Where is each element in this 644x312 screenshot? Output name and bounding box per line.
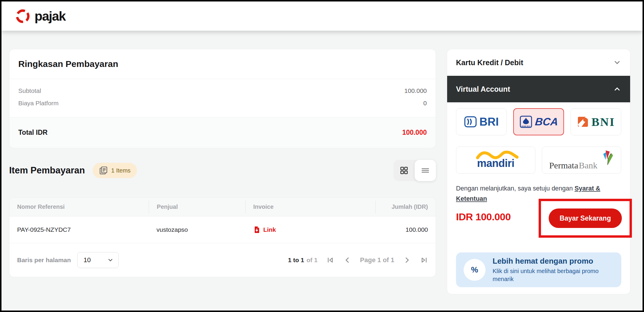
rows-per-page-value: 10 — [84, 256, 91, 264]
items-title: Item Pembayaran — [9, 165, 85, 176]
pay-now-button[interactable]: Bayar Sekarang — [549, 208, 622, 228]
items-table-card: Nomor Referensi Penjual Invoice Jumlah (… — [9, 197, 436, 277]
permata-wordmark-2: Bank — [579, 160, 597, 170]
brand-logo[interactable]: pajak — [14, 8, 66, 24]
percent-icon: % — [464, 259, 486, 281]
invoice-link-text: Link — [263, 226, 276, 233]
terms-prefix: Dengan melanjutkan, saya setuju dengan — [456, 185, 575, 192]
total-label: Total IDR — [18, 129, 48, 137]
list-view-button[interactable] — [415, 160, 436, 181]
rows-per-page-select[interactable]: 10 — [77, 252, 119, 268]
items-heading-row: Item Pembayaran 1 Items — [9, 160, 436, 181]
range-bold: 1 to 1 — [288, 257, 304, 263]
pagination-controls: 1 to 1of 1 Page 1 of 1 — [288, 256, 428, 264]
method-virtual-account[interactable]: Virtual Account — [447, 76, 630, 102]
subtotal-value: 100.000 — [404, 87, 427, 94]
bri-wordmark: BRI — [479, 116, 498, 128]
bank-tile-bri[interactable]: BRI — [456, 108, 507, 135]
list-view-icon — [421, 166, 430, 175]
table-header: Nomor Referensi Penjual Invoice Jumlah (… — [9, 198, 436, 216]
platform-fee-label: Biaya Platform — [18, 100, 59, 107]
page-status: Page 1 of 1 — [360, 256, 394, 264]
brand-name: pajak — [35, 9, 66, 24]
summary-title: Ringkasan Pembayaran — [18, 59, 118, 69]
previous-page-button[interactable] — [344, 256, 351, 264]
promo-subtitle: Klik di sini untuk melihat berbagai prom… — [493, 267, 614, 283]
top-header: pajak — [1, 1, 643, 31]
view-toggle-group — [393, 160, 436, 181]
mandiri-logo: mandiri — [475, 151, 516, 170]
chevron-up-icon — [613, 85, 621, 93]
cell-seller: vustozapso — [149, 226, 245, 233]
first-page-button[interactable] — [326, 256, 335, 264]
col-invoice: Invoice — [245, 201, 375, 214]
bank-tile-bca[interactable]: BANK BCA BCA — [513, 108, 564, 135]
summary-total-row: Total IDR 100.000 — [9, 117, 436, 147]
platform-fee-value: 0 — [423, 100, 427, 107]
grid-view-button[interactable] — [393, 160, 415, 181]
file-download-icon — [253, 226, 261, 234]
col-penjual: Penjual — [149, 201, 245, 214]
virtual-account-label: Virtual Account — [456, 85, 510, 93]
summary-row-subtotal: Subtotal 100.000 — [18, 87, 427, 94]
subtotal-label: Subtotal — [18, 87, 41, 94]
total-value: 100.000 — [402, 129, 427, 137]
bni-wordmark: BNI — [591, 115, 615, 129]
table-row: PAY-0925-NZYDC7 vustozapso Link 100.000 — [9, 216, 436, 243]
grid-view-icon — [400, 166, 408, 175]
total-amount-text: IDR 100.000 — [456, 211, 511, 223]
table-footer: Baris per halaman 10 1 to 1of 1 — [9, 243, 436, 277]
last-page-button[interactable] — [420, 256, 428, 264]
col-jumlah: Jumlah (IDR) — [375, 201, 436, 214]
method-credit-card[interactable]: Kartu Kredit / Debit — [447, 49, 630, 76]
summary-rows: Subtotal 100.000 Biaya Platform 0 — [9, 79, 436, 117]
promo-title: Lebih hemat dengan promo — [493, 257, 614, 266]
promo-banner[interactable]: % Lebih hemat dengan promo Klik di sini … — [456, 252, 621, 287]
rows-per-page-label: Baris per halaman — [17, 257, 71, 264]
items-count-badge: 1 Items — [93, 163, 137, 178]
chevron-down-icon — [107, 257, 114, 263]
cell-reference: PAY-0925-NZYDC7 — [9, 226, 149, 233]
bank-tiles-row1: BRI BANK BCA BCA — [456, 108, 621, 135]
bri-logo-icon — [464, 115, 477, 128]
next-page-button[interactable] — [403, 256, 411, 264]
bni-logo-icon — [577, 116, 589, 128]
range-text: 1 to 1of 1 — [288, 257, 318, 264]
summary-title-row: Ringkasan Pembayaran — [9, 49, 436, 79]
payment-summary-card: Ringkasan Pembayaran Subtotal 100.000 Bi… — [9, 49, 436, 148]
permata-wordmark: Permata — [549, 160, 578, 170]
cell-amount: 100.000 — [375, 226, 436, 233]
permata-arrows-icon — [599, 150, 614, 166]
payment-method-panel: Kartu Kredit / Debit Virtual Account — [447, 49, 630, 294]
col-nomor-referensi: Nomor Referensi — [9, 201, 149, 214]
credit-card-label: Kartu Kredit / Debit — [456, 58, 523, 67]
pajak-ring-icon — [14, 8, 31, 24]
bank-tiles: BRI BANK BCA BCA — [447, 102, 630, 174]
invoice-link[interactable]: Link — [245, 226, 375, 234]
range-rest: of 1 — [307, 257, 318, 263]
mandiri-wordmark: mandiri — [477, 157, 514, 170]
bca-wordmark: BCA — [535, 116, 559, 128]
bank-tile-permata[interactable]: PermataBank — [542, 147, 621, 174]
permata-logo: PermataBank — [549, 150, 614, 170]
highlight-annotation-box: Bayar Sekarang — [539, 199, 632, 238]
bank-tiles-row2: mandiri PermataBank — [456, 147, 621, 174]
bca-logo-icon: BANK BCA — [519, 115, 533, 129]
promo-texts: Lebih hemat dengan promo Klik di sini un… — [493, 257, 614, 283]
bank-tile-bni[interactable]: BNI — [571, 108, 621, 135]
summary-row-platform-fee: Biaya Platform 0 — [18, 100, 427, 107]
bank-tile-mandiri[interactable]: mandiri — [456, 147, 535, 174]
page-frame: pajak Ringkasan Pembayaran Subtotal 100.… — [0, 0, 644, 312]
documents-icon — [99, 166, 108, 175]
svg-text:BANK BCA: BANK BCA — [522, 125, 530, 127]
items-count-text: 1 Items — [111, 167, 131, 174]
chevron-down-icon — [613, 58, 621, 67]
